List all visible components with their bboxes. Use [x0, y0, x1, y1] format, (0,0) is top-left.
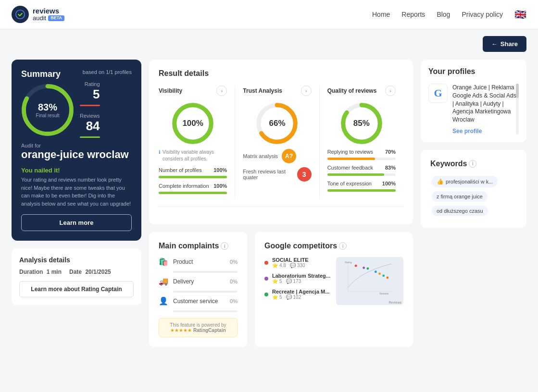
fresh-reviews-row: Fresh reviews last quater 3 — [243, 167, 311, 182]
product-name: Product — [173, 258, 225, 265]
nav-reports[interactable]: Reports — [401, 11, 425, 18]
keywords-card: Keywords i 👍 profesjonaliści w k... z fi… — [421, 150, 526, 228]
quality-chevron[interactable]: › — [385, 86, 396, 96]
scrollbar-track — [516, 84, 519, 135]
customer-service-pct: 0% — [230, 298, 238, 304]
header: reviews audit BETA Home Reports Blog Pri… — [0, 0, 538, 29]
score-row: 83% Final result Rating 5 Reviews 84 — [21, 81, 132, 139]
svg-point-15 — [363, 267, 365, 269]
rating-label: Rating — [80, 81, 100, 87]
quality-donut: 85% — [327, 102, 396, 145]
logo-reviews-text: reviews — [33, 7, 64, 15]
trust-section: Trust Analysis › 66% — [235, 86, 319, 199]
customer-service-icon: 👤 — [159, 296, 168, 306]
keyword-1-label: profesjonaliści w k... — [446, 179, 493, 184]
summary-card: Summary based on 1/1 profiles 83% Final … — [12, 60, 141, 241]
result-details-title: Result details — [159, 69, 403, 78]
matrix-label: Matrix analysis — [243, 153, 278, 159]
competitor-1-name: SOCIAL ELITE — [272, 257, 330, 263]
profile-name: Orange Juice | Reklama Google Ads & Soci… — [452, 84, 519, 124]
visibility-note: Visibility variable always considers all… — [163, 149, 227, 162]
nav-blog[interactable]: Blog — [437, 11, 450, 18]
share-bar: ← Share — [0, 29, 538, 52]
product-icon: 🛍️ — [159, 257, 168, 266]
visibility-section: Visibility › 100% ℹ — [159, 86, 235, 199]
profiles-card: Your profiles G Orange Juice | Reklama G… — [421, 60, 526, 142]
powered-name: RatingCaptain — [193, 328, 226, 333]
google-logo: G — [434, 87, 442, 99]
learn-captain-button[interactable]: Learn more about Rating Captain — [19, 281, 134, 297]
visibility-label: Visibility — [159, 87, 182, 94]
nailed-description: Your rating and reviews number look pret… — [21, 176, 132, 208]
svg-point-17 — [375, 270, 377, 273]
language-flag[interactable]: 🇬🇧 — [514, 9, 526, 20]
competitors-list: SOCIAL ELITE ⭐ 4.8 💬 330 Laboratorium St… — [264, 257, 330, 305]
keywords-info-icon[interactable]: i — [469, 160, 476, 168]
keyword-3-label: od dłuższego czasu — [437, 208, 483, 214]
final-score-circle: 83% Final result — [21, 84, 74, 136]
analysis-meta: Duration 1 min Date 20/1/2025 — [19, 269, 134, 275]
logo-audit-text: audit BETA — [33, 15, 64, 22]
logo: reviews audit BETA — [12, 6, 64, 23]
quality-pct: 85% — [353, 119, 370, 128]
audit-for-label: Audit for — [21, 143, 132, 148]
duration-val: 1 min — [47, 269, 62, 275]
complaints-info-icon[interactable]: i — [221, 242, 228, 250]
trust-pct: 66% — [269, 119, 285, 128]
keyword-2: z firmą orange juice — [432, 191, 488, 202]
competitors-info-icon[interactable]: i — [339, 242, 347, 250]
summary-title: Summary — [21, 69, 61, 79]
complaint-product: 🛍️ Product 0% — [159, 257, 238, 273]
logo-icon — [12, 6, 29, 23]
rating-val: 5 — [80, 87, 100, 102]
svg-point-14 — [355, 265, 357, 267]
visibility-donut: 100% — [159, 102, 227, 145]
share-icon: ← — [491, 40, 498, 48]
based-on: based on 1/1 profiles — [83, 69, 132, 75]
date-label: Date — [69, 269, 82, 275]
competitor-2: Laboratorium Strateg... ⭐ 5 💬 173 — [264, 273, 330, 284]
main-nav: Home Reports Blog Privacy policy 🇬🇧 — [372, 9, 526, 20]
svg-text:Reviews: Reviews — [380, 293, 389, 295]
competitor-3-dot — [264, 293, 268, 296]
complaint-customer-service: 👤 Customer service 0% — [159, 296, 238, 312]
delivery-name: Delivery — [173, 278, 225, 285]
visibility-metrics: Number of profiles 100% Complete informa… — [159, 167, 227, 194]
nailed-it-text: You nailed it! — [21, 167, 132, 174]
keyword-1: 👍 profesjonaliści w k... — [432, 176, 498, 187]
customer-service-name: Customer service — [173, 298, 225, 305]
matrix-badge: A? — [282, 149, 296, 163]
scrollbar-thumb[interactable] — [516, 84, 519, 98]
trust-chevron[interactable]: › — [301, 86, 312, 96]
final-pct: 83% — [36, 102, 60, 113]
main-content: Summary based on 1/1 profiles 83% Final … — [0, 52, 538, 358]
center-column: Result details Visibility › — [149, 60, 413, 347]
date-val: 20/1/2025 — [85, 269, 111, 275]
competitor-3-name: Recreate | Agencja M... — [272, 289, 330, 294]
see-profile-link[interactable]: See profile — [452, 128, 482, 135]
share-button[interactable]: ← Share — [483, 36, 526, 52]
date-item: Date 20/1/2025 — [69, 269, 111, 275]
complaint-delivery: 🚚 Delivery 0% — [159, 277, 238, 293]
competitor-1-dot — [264, 261, 268, 265]
delivery-pct: 0% — [230, 279, 238, 284]
result-details-card: Result details Visibility › — [149, 60, 413, 224]
chart-reviews-label: Reviews — [389, 301, 401, 304]
analysis-title: Analysis details — [19, 256, 134, 264]
fresh-label: Fresh reviews last quater — [243, 169, 293, 180]
logo-text: reviews audit BETA — [33, 7, 64, 22]
nav-home[interactable]: Home — [372, 11, 390, 18]
result-sections: Visibility › 100% ℹ — [159, 86, 403, 207]
powered-stars: ★★★★★ — [170, 328, 192, 333]
competitors-card: Google competitors i SOCIAL ELITE ⭐ 4.8 … — [255, 232, 413, 347]
learn-more-button[interactable]: Learn more — [21, 214, 132, 231]
nav-privacy[interactable]: Privacy policy — [462, 11, 503, 18]
beta-badge: BETA — [48, 15, 64, 21]
reviews-label: Reviews — [80, 113, 100, 119]
visibility-pct: 100% — [182, 119, 203, 128]
reviews-val: 84 — [80, 119, 100, 134]
duration-label: Duration — [19, 269, 43, 275]
trust-donut: 66% — [243, 102, 311, 145]
competitor-2-dot — [264, 277, 268, 281]
visibility-chevron[interactable]: › — [216, 86, 227, 96]
